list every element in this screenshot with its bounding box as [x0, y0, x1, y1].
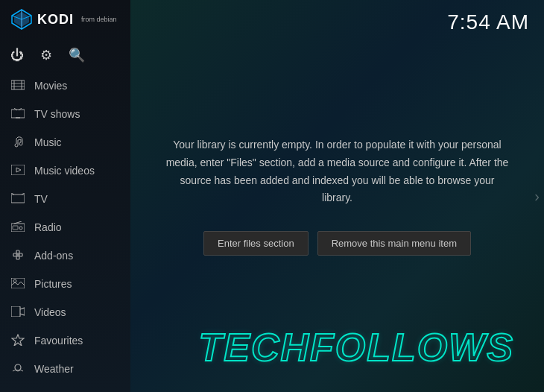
enter-files-button[interactable]: Enter files section: [203, 231, 309, 256]
tvshows-icon: [10, 108, 25, 121]
sidebar-item-music[interactable]: Music: [0, 128, 130, 157]
sidebar: KODI from debian ⏻ ⚙ 🔍 Movies TV shows M…: [0, 0, 130, 392]
svg-rect-27: [16, 256, 19, 259]
kodi-logo-icon: [10, 8, 33, 31]
sidebar-item-label: Music videos: [34, 165, 95, 177]
app-from: from debian: [81, 16, 117, 23]
sidebar-item-label: Movies: [34, 80, 67, 92]
svg-point-22: [19, 227, 22, 230]
sidebar-item-movies[interactable]: Movies: [0, 72, 130, 100]
sidebar-header: KODI from debian: [0, 0, 130, 39]
action-buttons: Enter files section Remove this main men…: [203, 231, 471, 256]
sidebar-item-addons[interactable]: Add-ons: [0, 241, 130, 270]
sidebar-item-label: Weather: [34, 363, 74, 375]
sidebar-controls: ⏻ ⚙ 🔍: [0, 39, 130, 72]
tv-icon: [10, 193, 25, 206]
svg-point-34: [15, 364, 21, 370]
videos-icon: [10, 306, 25, 319]
search-button[interactable]: 🔍: [69, 47, 85, 63]
favourites-icon: [10, 334, 25, 348]
settings-button[interactable]: ⚙: [40, 47, 52, 63]
music-icon: [10, 136, 25, 150]
sidebar-item-label: TV: [34, 193, 48, 205]
chevron-right-icon: ›: [534, 188, 540, 205]
watermark-text: TECHFOLLOWS: [198, 325, 514, 370]
sidebar-item-label: Videos: [34, 306, 66, 318]
sidebar-item-radio[interactable]: Radio: [0, 213, 130, 241]
sidebar-item-favourites[interactable]: Favourites: [0, 326, 130, 355]
sidebar-item-label: Radio: [34, 221, 62, 233]
sidebar-item-tvshows[interactable]: TV shows: [0, 100, 130, 128]
svg-rect-25: [19, 253, 22, 256]
main-content: 7:54 AM › Your library is currently empt…: [130, 0, 544, 392]
svg-marker-33: [12, 335, 24, 346]
svg-rect-32: [11, 306, 20, 317]
remove-menu-item-button[interactable]: Remove this main menu item: [317, 231, 471, 256]
svg-rect-24: [13, 253, 16, 256]
movies-icon: [10, 80, 25, 92]
sidebar-item-label: TV shows: [34, 108, 80, 120]
library-empty-message: Your library is currently empty. In orde…: [151, 136, 524, 207]
sidebar-nav: Movies TV shows Music Music videos TV Ra…: [0, 72, 130, 392]
sidebar-item-pictures[interactable]: Pictures: [0, 270, 130, 298]
addons-icon: [10, 249, 25, 263]
app-name: KODI: [37, 12, 74, 28]
svg-rect-26: [16, 250, 19, 253]
svg-rect-23: [13, 226, 18, 230]
svg-rect-11: [11, 110, 25, 118]
musicvideos-icon: [10, 165, 25, 177]
kodi-logo: KODI from debian: [10, 8, 117, 31]
sidebar-item-label: Add-ons: [34, 250, 73, 262]
library-message-text: Your library is currently empty. In orde…: [166, 136, 509, 207]
radio-icon: [10, 221, 25, 234]
sidebar-item-videos[interactable]: Videos: [0, 298, 130, 326]
svg-rect-6: [11, 80, 25, 89]
pictures-icon: [10, 278, 25, 291]
sidebar-item-label: Favourites: [34, 335, 83, 347]
sidebar-item-label: Pictures: [34, 278, 72, 290]
clock-display: 7:54 AM: [447, 10, 529, 34]
sidebar-item-label: Music: [34, 136, 62, 148]
sidebar-item-tv[interactable]: TV: [0, 185, 130, 213]
svg-marker-16: [16, 168, 21, 172]
svg-rect-15: [11, 165, 25, 175]
svg-rect-17: [11, 195, 25, 203]
power-button[interactable]: ⏻: [10, 48, 24, 63]
sidebar-item-weather[interactable]: Weather: [0, 355, 130, 383]
sidebar-item-musicvideos[interactable]: Music videos: [0, 157, 130, 185]
weather-icon: [10, 363, 25, 376]
